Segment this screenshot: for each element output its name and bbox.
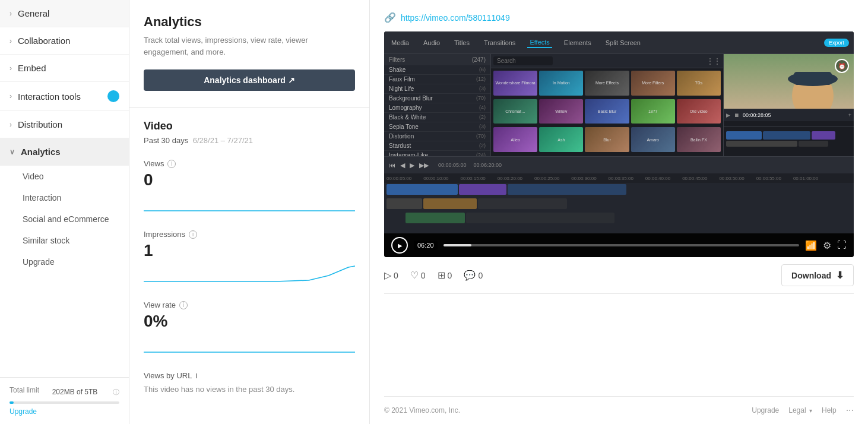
clip-6[interactable] [478, 198, 567, 209]
tab-titles[interactable]: Titles [452, 38, 472, 48]
tab-audio[interactable]: Audio [421, 38, 442, 48]
tab-split-screen[interactable]: Split Screen [603, 38, 643, 48]
effect-1877[interactable]: 1877 [631, 99, 675, 124]
download-label: Download [791, 271, 831, 280]
tab-elements[interactable]: Elements [562, 38, 594, 48]
clip-7[interactable] [406, 213, 465, 223]
export-button[interactable]: Export [824, 39, 849, 47]
sidebar-subitem-upgrade[interactable]: Upgrade [0, 251, 129, 273]
effect-bailin[interactable]: Bailin FX [677, 127, 721, 152]
tab-effects[interactable]: Effects [527, 37, 552, 48]
effect-more-filters[interactable]: More Filters [631, 71, 675, 96]
editor-grid-options[interactable]: ⋮⋮ [707, 57, 721, 65]
filter-bg-blur[interactable]: Background Blur(70) [384, 94, 490, 103]
download-button[interactable]: Download ⬇ [781, 264, 854, 286]
footer-help-link[interactable]: Help [822, 406, 837, 414]
storage-bar [9, 401, 119, 404]
sidebar-subitem-similar-stock[interactable]: Similar stock [0, 230, 129, 251]
filter-sepia[interactable]: Sepia Tone(3) [384, 122, 490, 132]
tab-media[interactable]: Media [389, 38, 411, 48]
metric-views-label: Views i [144, 159, 355, 168]
views-info-icon[interactable]: i [167, 160, 176, 168]
effect-ash[interactable]: Ash [539, 127, 583, 152]
effect-old-video[interactable]: Old video [677, 99, 721, 124]
view-rate-info-icon[interactable]: i [179, 301, 188, 309]
effect-alleo[interactable]: Alleo [493, 127, 537, 152]
sidebar-item-analytics[interactable]: ∨ Analytics [0, 138, 129, 166]
clip-3[interactable] [508, 184, 626, 195]
right-footer: © 2021 Vimeo.com, Inc. Upgrade Legal ▾ H… [384, 396, 854, 424]
sidebar-item-embed[interactable]: › Embed [0, 55, 129, 82]
chevron-right-icon: › [9, 64, 12, 72]
effect-basic-blur[interactable]: Basic Blur [585, 99, 629, 124]
sidebar-subitem-social-ecommerce[interactable]: Social and eCommerce [0, 208, 129, 230]
timeline-play-btn[interactable]: ▶ [410, 162, 414, 169]
sidebar-item-collaboration[interactable]: › Collaboration [0, 27, 129, 55]
sidebar-item-general[interactable]: › General [0, 0, 129, 27]
filter-lomography[interactable]: Lomography(4) [384, 103, 490, 113]
clip-5[interactable] [423, 198, 477, 209]
effect-amaro[interactable]: Amaro [631, 127, 675, 152]
upgrade-link[interactable]: Upgrade [9, 407, 119, 416]
effect-chromat[interactable]: Chromat… [493, 99, 537, 124]
metric-impressions-value: 1 [144, 241, 355, 260]
impressions-info-icon[interactable]: i [189, 230, 197, 239]
timeline-next-btn[interactable]: ▶▶ [419, 162, 429, 169]
meta-plays: ▷ 0 [384, 270, 398, 281]
clip-4[interactable] [387, 198, 422, 209]
filter-night-life[interactable]: Night Life(3) [384, 84, 490, 94]
play-button[interactable] [391, 237, 408, 254]
legal-dropdown-icon: ▾ [809, 407, 812, 414]
footer-legal-link[interactable]: Legal ▾ [788, 406, 812, 414]
footer-more-icon[interactable]: ··· [846, 405, 854, 416]
filter-shake[interactable]: Shake(6) [384, 65, 490, 75]
editor-toolbar: Media Audio Titles Transitions Effects E… [384, 31, 854, 54]
timeline-prev-btn[interactable]: ◀ [400, 162, 405, 169]
meta-comments: 💬 0 [464, 270, 483, 281]
effect-wondershare[interactable]: Wondershare Filmora [493, 71, 537, 96]
timeline-timecode: 00:00:05:00 [438, 162, 467, 168]
clip-8[interactable] [466, 213, 614, 223]
footer-links: Upgrade Legal ▾ Help ··· [752, 405, 854, 416]
metric-views-chart [144, 194, 355, 216]
track-3 [384, 213, 854, 226]
progress-bar[interactable] [443, 244, 799, 246]
clip-1[interactable] [387, 184, 458, 195]
filter-bw[interactable]: Black & White(2) [384, 113, 490, 122]
sidebar-item-distribution[interactable]: › Distribution [0, 111, 129, 138]
metric-impressions: Impressions i 1 [144, 230, 355, 286]
fullscreen-icon[interactable]: ⛶ [837, 240, 847, 251]
editor-right-preview: ⏰ ▶⏹00:00:28:05 + [723, 54, 854, 156]
volume-icon[interactable]: 📶 [805, 240, 817, 251]
sidebar-item-label: General [18, 8, 49, 18]
filter-faux-film[interactable]: Faux Film(12) [384, 75, 490, 84]
filter-distortion[interactable]: Distortion(70) [384, 132, 490, 141]
sidebar-subitem-interaction[interactable]: Interaction [0, 187, 129, 208]
likes-count: 0 [421, 271, 426, 280]
progress-bar-fill [443, 244, 472, 246]
video-url-link[interactable]: https://vimeo.com/580111049 [401, 13, 510, 23]
metric-view-rate-label: View rate i [144, 300, 355, 309]
editor-search-input[interactable] [493, 56, 553, 65]
timeline-back-btn[interactable]: ⏮ [389, 162, 395, 169]
metric-view-rate-value: 0% [144, 312, 355, 331]
filter-stardust[interactable]: Stardust(2) [384, 141, 490, 151]
sidebar-item-interaction-tools[interactable]: › Interaction tools [0, 82, 129, 111]
plays-icon: ▷ [384, 270, 391, 281]
effect-willow[interactable]: Willow [539, 99, 583, 124]
settings-icon[interactable]: ⚙ [823, 240, 831, 251]
tab-transitions[interactable]: Transitions [481, 38, 518, 48]
effect-70s[interactable]: 70s [677, 71, 721, 96]
timeline-duration: 00:06:20:00 [474, 162, 502, 168]
analytics-dashboard-button[interactable]: Analytics dashboard ↗ [144, 69, 355, 91]
effect-in-motion[interactable]: In Motion [539, 71, 583, 96]
timeline-controls: ⏮ ◀ ▶ ▶▶ 00:00:05:00 00:06:20:00 [384, 157, 854, 173]
effect-blur[interactable]: Blur [585, 127, 629, 152]
footer-copyright: © 2021 Vimeo.com, Inc. [384, 406, 460, 414]
filter-instagram[interactable]: Instagram-Like(24) [384, 151, 490, 156]
clip-2[interactable] [459, 184, 506, 195]
footer-upgrade-link[interactable]: Upgrade [752, 406, 779, 414]
sidebar-subitem-video[interactable]: Video [0, 166, 129, 187]
views-by-url-info-icon[interactable]: i [195, 371, 197, 380]
effect-more-effects[interactable]: More Effects [585, 71, 629, 96]
